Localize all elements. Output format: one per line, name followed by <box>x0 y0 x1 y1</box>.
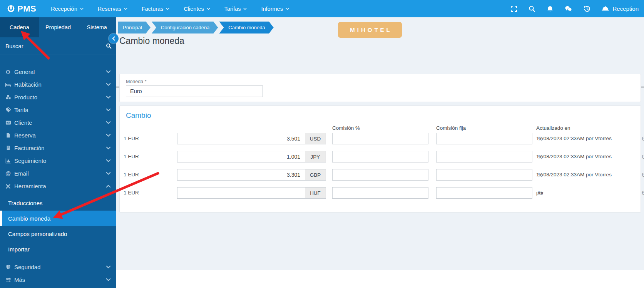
comision-pct-input[interactable] <box>332 151 428 162</box>
sidebar-item-traducciones[interactable]: Traducciones <box>0 195 116 211</box>
app-logo-text: PMS <box>17 4 36 14</box>
sliders-icon <box>4 277 12 283</box>
sidebar-item-campos-personalizado[interactable]: Campos personalizado <box>0 226 116 241</box>
app-logo[interactable]: PMS <box>0 4 36 14</box>
chevron-down-icon <box>124 8 127 10</box>
euro-suffix: € <box>642 151 644 162</box>
sidebar-item-general[interactable]: ⚙ General <box>0 65 116 78</box>
breadcrumb-principal[interactable]: Principal <box>118 22 151 33</box>
breadcrumb-configuracion-cadena[interactable]: Configuración cadena <box>152 22 218 33</box>
topbar-actions: Reception <box>510 5 644 12</box>
chat-icon[interactable] <box>565 5 572 12</box>
file-icon <box>4 132 12 138</box>
chevron-up-icon <box>106 184 111 188</box>
bell-icon[interactable] <box>547 5 554 12</box>
chevron-down-icon <box>80 8 84 10</box>
moneda-label: Moneda * <box>126 79 147 84</box>
sidebar-tab-cadena[interactable]: Cadena <box>0 17 39 37</box>
chevron-down-icon <box>286 8 289 10</box>
top-menu-reservas[interactable]: Reservas <box>98 6 127 12</box>
top-menu-facturas[interactable]: Facturas <box>142 6 169 12</box>
currency-code-addon: HUF <box>305 187 326 199</box>
comision-fija-input[interactable] <box>436 151 532 162</box>
sidebar-item-cliente[interactable]: Cliente <box>0 116 116 129</box>
chevron-down-icon <box>106 172 111 175</box>
sidebar-item-seguimiento[interactable]: Seguimiento <box>0 154 116 167</box>
exchange-row: 1 EUR GBP % € 17/08/2023 02:33AM por Vto… <box>120 169 641 181</box>
cambio-panel: Cambio Comisión % Comisión fija Actualiz… <box>119 105 641 213</box>
search-icon[interactable] <box>529 5 535 12</box>
euro-suffix: € <box>642 133 644 144</box>
sidebar: Cadena Propiedad Sistema ⚙ General Habit… <box>0 17 116 288</box>
sidebar-tab-propiedad[interactable]: Propiedad <box>39 17 78 37</box>
top-menu: Recepción Reservas Facturas Clientes Tar… <box>51 6 289 12</box>
column-header-actualizado: Actualizado en <box>536 125 570 131</box>
boxes-icon <box>4 94 12 100</box>
chart-icon <box>4 158 12 164</box>
chevron-down-icon <box>106 83 111 86</box>
sidebar-menu: ⚙ General Habitación Producto Tarifa Cli… <box>0 55 116 286</box>
page-title: Cambio moneda <box>119 36 184 46</box>
chevron-down-icon <box>166 8 169 10</box>
chevron-down-icon <box>106 278 111 281</box>
pms-logo-icon <box>7 5 15 13</box>
chevron-down-icon <box>106 265 111 269</box>
chevron-down-icon <box>106 121 111 124</box>
updated-at-text: por <box>536 187 544 199</box>
sidebar-item-mas[interactable]: Más <box>0 273 116 286</box>
currency-code-addon: USD <box>305 133 326 144</box>
chevron-left-icon <box>112 36 115 41</box>
base-currency-label: 1 EUR <box>124 133 139 144</box>
comision-fija-input[interactable] <box>436 169 532 181</box>
rate-input[interactable] <box>177 133 305 144</box>
breadcrumb-cambio-moneda[interactable]: Cambio moneda <box>219 22 273 33</box>
rate-input[interactable] <box>177 187 305 199</box>
chevron-down-icon <box>106 146 111 150</box>
rate-input[interactable] <box>177 151 305 162</box>
at-icon: @ <box>4 171 12 176</box>
search-icon[interactable] <box>106 43 112 49</box>
section-title: Cambio <box>126 111 151 120</box>
exchange-row: 1 EUR HUF % € por <box>120 187 641 199</box>
herramienta-submenu: Traducciones Cambio moneda Campos person… <box>0 195 116 258</box>
sidebar-collapse-button[interactable] <box>109 33 119 44</box>
top-menu-clientes[interactable]: Clientes <box>184 6 210 12</box>
invoice-icon <box>4 145 12 151</box>
user-menu[interactable]: Reception <box>602 5 639 12</box>
main-content: Principal Configuración cadena Cambio mo… <box>116 17 644 270</box>
comision-fija-input[interactable] <box>436 187 532 199</box>
moneda-input[interactable] <box>126 85 263 97</box>
base-currency-label: 1 EUR <box>124 187 139 199</box>
top-menu-informes[interactable]: Informes <box>261 6 289 12</box>
id-card-icon <box>4 120 12 126</box>
sidebar-item-producto[interactable]: Producto <box>0 91 116 104</box>
sidebar-search-input[interactable] <box>5 42 106 50</box>
comision-fija-input[interactable] <box>436 133 532 144</box>
sidebar-item-herramienta[interactable]: Herramienta <box>0 180 116 193</box>
tools-icon <box>4 184 12 189</box>
sidebar-item-habitacion[interactable]: Habitación <box>0 78 116 91</box>
sidebar-item-cambio-moneda[interactable]: Cambio moneda <box>0 211 116 226</box>
sidebar-item-email[interactable]: @ Email <box>0 167 116 180</box>
comision-pct-input[interactable] <box>332 169 428 181</box>
breadcrumb: Principal Configuración cadena Cambio mo… <box>118 22 274 33</box>
top-menu-tarifas[interactable]: Tarifas <box>224 6 247 12</box>
tags-icon <box>4 107 12 113</box>
sidebar-item-seguridad[interactable]: Seguridad <box>0 261 116 273</box>
gears-icon: ⚙ <box>4 69 12 75</box>
sidebar-item-tarifa[interactable]: Tarifa <box>0 104 116 116</box>
sidebar-scope-tabs: Cadena Propiedad Sistema <box>0 17 116 37</box>
bed-icon <box>4 82 12 88</box>
chevron-down-icon <box>243 8 247 10</box>
updated-at-text: 17/08/2023 02:33AM por Vtorres <box>536 151 612 162</box>
comision-pct-input[interactable] <box>332 133 428 144</box>
fullscreen-icon[interactable] <box>510 5 517 12</box>
comision-pct-input[interactable] <box>332 187 428 199</box>
rate-input[interactable] <box>177 169 305 181</box>
sidebar-item-reserva[interactable]: Reserva <box>0 129 116 142</box>
column-header-comision-pct: Comisión % <box>332 125 360 131</box>
sidebar-item-facturacion[interactable]: Facturación <box>0 142 116 154</box>
top-menu-recepcion[interactable]: Recepción <box>51 6 84 12</box>
history-icon[interactable] <box>584 5 590 12</box>
sidebar-item-importar[interactable]: Importar <box>0 241 116 257</box>
